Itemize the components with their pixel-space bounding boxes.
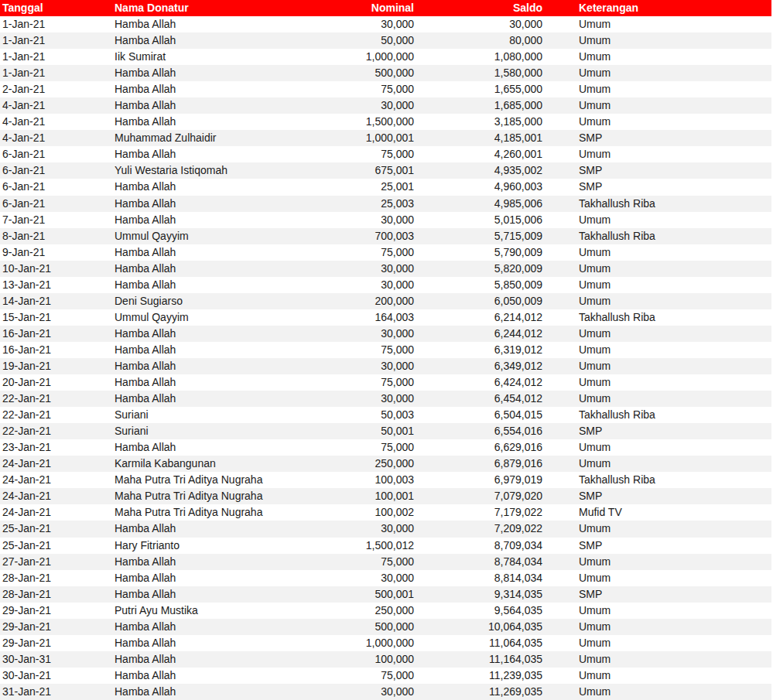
- cell-saldo: 4,985,006: [416, 196, 544, 212]
- table-row: 29-Jan-21Hamba Allah1,000,00011,064,035U…: [0, 635, 771, 651]
- cell-nama_donatur: Hamba Allah: [112, 114, 279, 130]
- cell-nominal: 75,000: [279, 81, 416, 97]
- table-row: 1-Jan-21Iik Sumirat1,000,0001,080,000Umu…: [0, 49, 771, 65]
- table-row: 27-Jan-21Hamba Allah75,0008,784,034Umum: [0, 554, 771, 570]
- cell-saldo: 6,424,012: [416, 374, 544, 391]
- table-row: 13-Jan-21Hamba Allah30,0005,850,009Umum: [0, 277, 771, 293]
- cell-tanggal: 8-Jan-21: [0, 228, 112, 244]
- cell-saldo: 6,504,015: [416, 407, 544, 423]
- table-row: 9-Jan-21Hamba Allah75,0005,790,009Umum: [0, 244, 771, 261]
- cell-saldo: 8,784,034: [416, 554, 544, 570]
- column-header-tanggal: Tanggal: [0, 0, 112, 16]
- cell-nominal: 250,000: [279, 603, 416, 619]
- table-row: 19-Jan-21Hamba Allah30,0006,349,012Umum: [0, 358, 771, 374]
- cell-nominal: 100,003: [279, 472, 416, 488]
- table-row: 20-Jan-21Hamba Allah75,0006,424,012Umum: [0, 374, 771, 391]
- cell-tanggal: 19-Jan-21: [0, 358, 112, 374]
- cell-saldo: 11,164,035: [416, 651, 544, 668]
- table-row: 6-Jan-21Hamba Allah75,0004,260,001Umum: [0, 146, 771, 162]
- cell-nominal: 250,000: [279, 456, 416, 472]
- cell-tanggal: 4-Jan-21: [0, 114, 112, 130]
- cell-tanggal: 29-Jan-21: [0, 635, 112, 651]
- cell-nama_donatur: Hamba Allah: [112, 146, 279, 162]
- cell-keterangan: Umum: [544, 570, 771, 586]
- cell-saldo: 5,715,009: [416, 228, 544, 244]
- cell-tanggal: 1-Jan-21: [0, 32, 112, 49]
- cell-nama_donatur: Ummul Qayyim: [112, 228, 279, 244]
- cell-keterangan: Umum: [544, 212, 771, 228]
- cell-tanggal: 6-Jan-21: [0, 179, 112, 195]
- cell-nama_donatur: Hamba Allah: [112, 391, 279, 407]
- cell-keterangan: Takhallush Riba: [544, 228, 771, 244]
- cell-keterangan: Umum: [544, 439, 771, 456]
- cell-nominal: 1,500,000: [279, 114, 416, 130]
- cell-nama_donatur: Hamba Allah: [112, 342, 279, 358]
- table-row: 8-Jan-21Ummul Qayyim700,0035,715,009Takh…: [0, 228, 771, 244]
- cell-saldo: 5,820,009: [416, 261, 544, 277]
- cell-nominal: 100,002: [279, 504, 416, 521]
- cell-tanggal: 22-Jan-21: [0, 391, 112, 407]
- cell-saldo: 1,655,000: [416, 81, 544, 97]
- cell-nominal: 75,000: [279, 554, 416, 570]
- table-row: 30-Jan-21Hamba Allah75,00011,239,035Umum: [0, 668, 771, 684]
- cell-nama_donatur: Suriani: [112, 407, 279, 423]
- cell-nominal: 30,000: [279, 97, 416, 114]
- cell-nama_donatur: Hamba Allah: [112, 358, 279, 374]
- cell-tanggal: 25-Jan-21: [0, 538, 112, 554]
- cell-saldo: 6,979,019: [416, 472, 544, 488]
- cell-tanggal: 7-Jan-21: [0, 212, 112, 228]
- cell-saldo: 7,209,022: [416, 521, 544, 537]
- cell-nominal: 1,500,012: [279, 538, 416, 554]
- cell-tanggal: 13-Jan-21: [0, 277, 112, 293]
- table-row: 24-Jan-21Maha Putra Tri Aditya Nugraha10…: [0, 472, 771, 488]
- cell-saldo: 11,269,035: [416, 684, 544, 700]
- cell-keterangan: SMP: [544, 538, 771, 554]
- cell-tanggal: 24-Jan-21: [0, 456, 112, 472]
- cell-keterangan: Umum: [544, 342, 771, 358]
- cell-nama_donatur: Hamba Allah: [112, 619, 279, 635]
- cell-saldo: 4,185,001: [416, 130, 544, 146]
- cell-tanggal: 6-Jan-21: [0, 196, 112, 212]
- cell-nominal: 50,000: [279, 32, 416, 49]
- cell-nama_donatur: Hamba Allah: [112, 179, 279, 195]
- cell-saldo: 6,879,016: [416, 456, 544, 472]
- column-header-nama-donatur: Nama Donatur: [112, 0, 279, 16]
- column-header-saldo: Saldo: [416, 0, 544, 16]
- cell-keterangan: Umum: [544, 293, 771, 309]
- table-body: 1-Jan-21Hamba Allah30,00030,000Umum1-Jan…: [0, 16, 771, 700]
- table-row: 23-Jan-21Hamba Allah75,0006,629,016Umum: [0, 439, 771, 456]
- cell-keterangan: Umum: [544, 97, 771, 114]
- cell-tanggal: 29-Jan-21: [0, 619, 112, 635]
- cell-keterangan: Umum: [544, 49, 771, 65]
- cell-tanggal: 30-Jan-31: [0, 651, 112, 668]
- cell-nominal: 30,000: [279, 570, 416, 586]
- column-header-nominal: Nominal: [279, 0, 416, 16]
- cell-tanggal: 22-Jan-21: [0, 407, 112, 423]
- cell-nama_donatur: Hamba Allah: [112, 65, 279, 81]
- cell-nama_donatur: Maha Putra Tri Aditya Nugraha: [112, 504, 279, 521]
- table-row: 1-Jan-21Hamba Allah30,00030,000Umum: [0, 16, 771, 32]
- table-row: 25-Jan-21Hamba Allah30,0007,209,022Umum: [0, 521, 771, 537]
- table-row: 4-Jan-21Muhammad Zulhaidir1,000,0014,185…: [0, 130, 771, 146]
- cell-keterangan: SMP: [544, 130, 771, 146]
- cell-nominal: 500,000: [279, 65, 416, 81]
- cell-keterangan: Umum: [544, 81, 771, 97]
- cell-nama_donatur: Hamba Allah: [112, 261, 279, 277]
- cell-nominal: 100,001: [279, 488, 416, 504]
- cell-keterangan: Umum: [544, 261, 771, 277]
- cell-nominal: 75,000: [279, 342, 416, 358]
- cell-keterangan: Umum: [544, 456, 771, 472]
- cell-tanggal: 25-Jan-21: [0, 521, 112, 537]
- cell-nominal: 30,000: [279, 261, 416, 277]
- table-row: 22-Jan-21Hamba Allah30,0006,454,012Umum: [0, 391, 771, 407]
- cell-tanggal: 15-Jan-21: [0, 309, 112, 326]
- cell-keterangan: Umum: [544, 619, 771, 635]
- table-row: 1-Jan-21Hamba Allah500,0001,580,000Umum: [0, 65, 771, 81]
- cell-nominal: 75,000: [279, 244, 416, 261]
- cell-keterangan: Umum: [544, 16, 771, 32]
- cell-tanggal: 4-Jan-21: [0, 130, 112, 146]
- cell-keterangan: SMP: [544, 586, 771, 603]
- cell-keterangan: SMP: [544, 162, 771, 179]
- cell-saldo: 4,935,002: [416, 162, 544, 179]
- cell-saldo: 1,580,000: [416, 65, 544, 81]
